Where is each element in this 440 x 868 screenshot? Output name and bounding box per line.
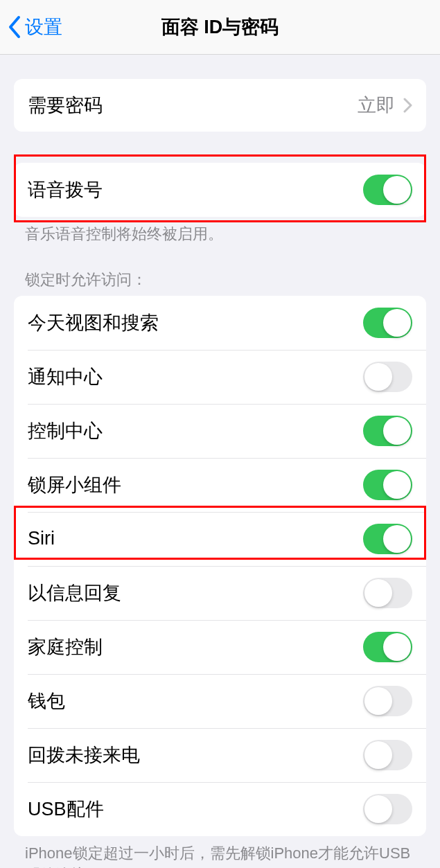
lock-access-toggle[interactable] <box>363 794 412 824</box>
chevron-back-icon <box>7 15 21 39</box>
lock-access-label: 家庭控制 <box>28 635 103 659</box>
back-button[interactable]: 设置 <box>7 15 62 39</box>
lock-access-label: 钱包 <box>28 689 65 714</box>
chevron-right-icon <box>403 98 412 113</box>
header-title: 面容 ID与密码 <box>161 15 279 39</box>
lock-access-toggle[interactable] <box>363 308 412 338</box>
lock-access-label: 通知中心 <box>28 364 103 389</box>
lock-access-label: USB配件 <box>28 797 104 822</box>
lock-access-toggle[interactable] <box>363 416 412 446</box>
lock-access-label: Siri <box>28 528 55 549</box>
lock-access-label: 回拨未接来电 <box>28 743 140 768</box>
lock-access-row: USB配件 <box>14 782 426 836</box>
lock-access-row: 今天视图和搜索 <box>14 296 426 350</box>
lock-access-row: 以信息回复 <box>14 566 426 620</box>
voice-dial-toggle[interactable] <box>363 175 412 205</box>
require-passcode-value: 立即 <box>358 93 395 118</box>
lock-access-toggle[interactable] <box>363 740 412 770</box>
lock-access-label: 控制中心 <box>28 418 103 443</box>
lock-access-footer: iPhone锁定超过一小时后，需先解锁iPhone才能允许USB配件连接。 <box>0 836 440 868</box>
lock-access-toggle[interactable] <box>363 470 412 500</box>
lock-access-toggle[interactable] <box>363 578 412 608</box>
navigation-header: 设置 面容 ID与密码 <box>0 0 440 55</box>
lock-access-toggle[interactable] <box>363 524 412 554</box>
lock-access-row: 回拨未接来电 <box>14 728 426 782</box>
back-label: 设置 <box>25 15 62 39</box>
lock-access-row: 家庭控制 <box>14 620 426 674</box>
lock-access-label: 锁屏小组件 <box>28 472 121 497</box>
lock-access-toggle[interactable] <box>363 632 412 662</box>
lock-access-label: 以信息回复 <box>28 581 121 605</box>
lock-access-toggle[interactable] <box>363 362 412 392</box>
voice-dial-label: 语音拨号 <box>28 177 103 202</box>
lock-access-row: 锁屏小组件 <box>14 458 426 512</box>
voice-dial-footer: 音乐语音控制将始终被启用。 <box>0 217 440 245</box>
voice-dial-row: 语音拨号 <box>14 163 426 217</box>
lock-access-row: Siri <box>14 512 426 566</box>
lock-access-header: 锁定时允许访问： <box>0 269 440 296</box>
require-passcode-label: 需要密码 <box>28 93 103 118</box>
lock-access-toggle[interactable] <box>363 686 412 716</box>
lock-access-label: 今天视图和搜索 <box>28 310 159 335</box>
lock-access-row: 通知中心 <box>14 350 426 404</box>
lock-access-row: 控制中心 <box>14 404 426 458</box>
require-passcode-row[interactable]: 需要密码 立即 <box>14 79 426 132</box>
lock-access-row: 钱包 <box>14 674 426 728</box>
